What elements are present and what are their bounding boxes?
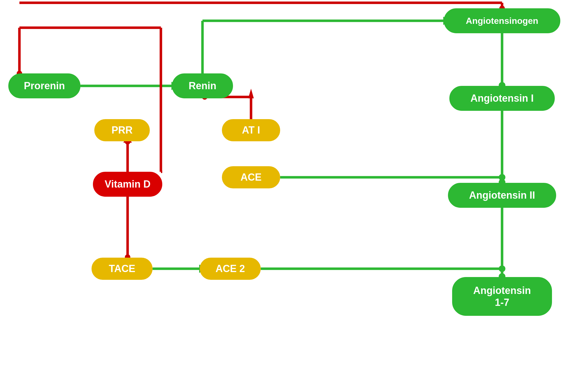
svg-marker-34 [248,89,254,98]
prorenin-node: Prorenin [8,73,80,98]
svg-point-15 [499,174,505,181]
ati-node: AT I [222,119,280,141]
angiotensin17-node: Angiotensin1-7 [452,277,552,316]
ace2-node: ACE 2 [200,258,261,280]
renin-node: Renin [172,73,233,98]
angiotensin2-node: Angiotensin II [448,183,556,208]
vitamind-node: Vitamin D [93,172,162,197]
ace-node: ACE [222,166,280,188]
angiotensinogen-node: Angiotensinogen [444,8,560,33]
prr-node: PRR [94,119,150,141]
tace-node: TACE [92,258,153,280]
diagram: Prorenin Renin Angiotensinogen Angiotens… [0,0,580,392]
svg-point-17 [499,265,505,272]
angiotensin1-node: Angiotensin I [449,86,555,111]
